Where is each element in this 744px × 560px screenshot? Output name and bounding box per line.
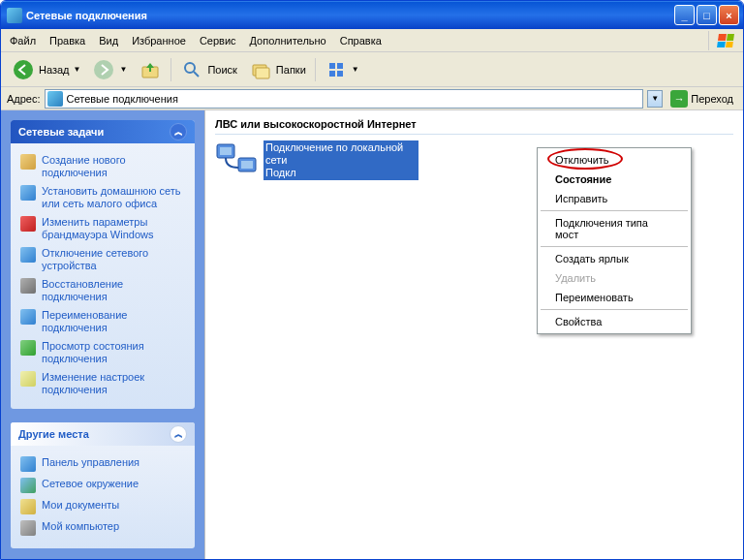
svg-rect-10	[337, 71, 343, 77]
task-link-home-net[interactable]: Установить домашнюю сеть или сеть малого…	[20, 182, 185, 213]
task-link-label: Установить домашнюю сеть или сеть малого…	[42, 185, 185, 210]
context-item-6[interactable]: Создать ярлык	[540, 249, 689, 268]
menu-view[interactable]: Вид	[92, 32, 125, 49]
address-value: Сетевые подключения	[67, 93, 178, 105]
task-link-firewall[interactable]: Изменить параметры брандмауэра Windows	[20, 213, 185, 244]
task-link-repair[interactable]: Восстановление подключения	[20, 275, 185, 306]
svg-point-1	[94, 60, 113, 79]
context-item-0[interactable]: Отключить	[540, 150, 689, 170]
address-input[interactable]: Сетевые подключения	[45, 89, 644, 109]
connection-item[interactable]: Подключение по локальной сети Подкл	[215, 140, 418, 183]
menu-file[interactable]: Файл	[3, 32, 43, 49]
menu-edit[interactable]: Правка	[43, 32, 92, 49]
window: Сетевые подключения _ □ × Файл Правка Ви…	[0, 0, 744, 560]
home-net-icon	[20, 185, 36, 201]
disable-icon	[20, 247, 36, 263]
forward-button[interactable]: ▼	[87, 55, 132, 84]
task-link-label: Мои документы	[42, 499, 119, 512]
context-item-1[interactable]: Состояние	[540, 170, 689, 189]
address-bar: Адрес: Сетевые подключения ▼ → Переход	[1, 87, 743, 110]
folders-button[interactable]: Папки	[244, 55, 311, 84]
task-link-mydocs[interactable]: Мои документы	[20, 496, 185, 517]
task-link-rename[interactable]: Переименование подключения	[20, 306, 185, 337]
search-label: Поиск	[207, 64, 236, 76]
panel-title: Сетевые задачи	[18, 126, 104, 138]
up-button[interactable]	[134, 55, 167, 84]
panel-body: Создание нового подключенияУстановить до…	[11, 143, 195, 409]
svg-point-0	[14, 60, 33, 79]
toolbar: Назад ▼ ▼ Поиск Папки ▼	[1, 52, 743, 87]
panel-header[interactable]: Сетевые задачи︽	[11, 120, 195, 143]
status-icon	[20, 340, 36, 356]
repair-icon	[20, 278, 36, 294]
svg-rect-14	[241, 161, 253, 169]
task-link-new-conn[interactable]: Создание нового подключения	[20, 151, 185, 182]
back-label: Назад	[39, 64, 70, 76]
mycomp-icon	[20, 520, 36, 536]
chevron-down-icon: ▼	[119, 65, 127, 74]
svg-line-4	[194, 72, 199, 77]
titlebar: Сетевые подключения _ □ ×	[1, 1, 743, 29]
menu-advanced[interactable]: Дополнительно	[243, 32, 333, 49]
separator	[170, 58, 171, 81]
task-link-label: Просмотр состояния подключения	[42, 340, 185, 365]
sidebar-panel: Другие места︽Панель управленияСетевое ок…	[11, 422, 195, 548]
svg-rect-7	[329, 63, 335, 69]
menu-tools[interactable]: Сервис	[193, 32, 243, 49]
content-area: Сетевые задачи︽Создание нового подключен…	[1, 110, 743, 559]
search-icon	[180, 58, 203, 81]
task-link-disable[interactable]: Отключение сетевого устройства	[20, 244, 185, 275]
close-button[interactable]: ×	[719, 5, 739, 25]
svg-rect-12	[220, 147, 232, 155]
panel-header[interactable]: Другие места︽	[11, 422, 195, 446]
context-separator	[541, 309, 688, 310]
sidebar-panel: Сетевые задачи︽Создание нового подключен…	[11, 120, 195, 409]
context-separator	[541, 210, 688, 211]
svg-rect-9	[329, 71, 335, 77]
network-connection-icon	[215, 140, 258, 183]
back-icon	[12, 58, 35, 81]
titlebar-app-icon	[7, 8, 22, 23]
task-link-label: Сетевое окружение	[42, 478, 139, 490]
address-dropdown[interactable]: ▼	[647, 90, 663, 108]
views-button[interactable]: ▼	[320, 55, 364, 84]
context-separator	[541, 246, 688, 247]
minimize-button[interactable]: _	[674, 5, 695, 25]
search-button[interactable]: Поиск	[175, 55, 241, 84]
separator	[315, 58, 316, 81]
context-item-4[interactable]: Подключения типа мост	[540, 213, 689, 244]
cpanel-icon	[20, 456, 36, 472]
task-link-netplaces[interactable]: Сетевое окружение	[20, 475, 185, 496]
go-label: Переход	[691, 93, 733, 105]
task-link-label: Изменить параметры брандмауэра Windows	[42, 216, 185, 241]
folders-icon	[249, 58, 272, 81]
titlebar-buttons: _ □ ×	[674, 5, 739, 25]
task-link-settings[interactable]: Изменение настроек подключения	[20, 368, 185, 399]
task-link-cpanel[interactable]: Панель управления	[20, 453, 185, 475]
task-link-label: Панель управления	[42, 456, 140, 469]
back-button[interactable]: Назад ▼	[7, 55, 85, 84]
context-item-10[interactable]: Свойства	[540, 312, 689, 331]
menubar: Файл Правка Вид Избранное Сервис Дополни…	[1, 29, 743, 52]
menu-help[interactable]: Справка	[333, 32, 388, 49]
maximize-button[interactable]: □	[697, 5, 717, 25]
main-pane: ЛВС или высокоскоростной Интернет Подклю…	[204, 110, 743, 559]
menu-favorites[interactable]: Избранное	[125, 32, 193, 49]
task-link-status[interactable]: Просмотр состояния подключения	[20, 337, 185, 368]
address-label: Адрес:	[7, 93, 41, 105]
collapse-icon[interactable]: ︽	[170, 425, 187, 443]
mydocs-icon	[20, 499, 36, 514]
forward-icon	[92, 58, 115, 81]
folders-label: Папки	[276, 64, 306, 76]
collapse-icon[interactable]: ︽	[170, 123, 187, 140]
sidebar: Сетевые задачи︽Создание нового подключен…	[1, 110, 204, 559]
window-title: Сетевые подключения	[26, 10, 674, 21]
context-item-8[interactable]: Переименовать	[540, 288, 689, 307]
go-button[interactable]: → Переход	[666, 88, 737, 109]
views-icon	[325, 58, 348, 81]
chevron-down-icon: ▼	[74, 65, 81, 74]
svg-rect-6	[256, 68, 269, 78]
task-link-mycomp[interactable]: Мой компьютер	[20, 517, 185, 539]
svg-rect-8	[337, 63, 343, 69]
context-item-2[interactable]: Исправить	[540, 189, 689, 208]
